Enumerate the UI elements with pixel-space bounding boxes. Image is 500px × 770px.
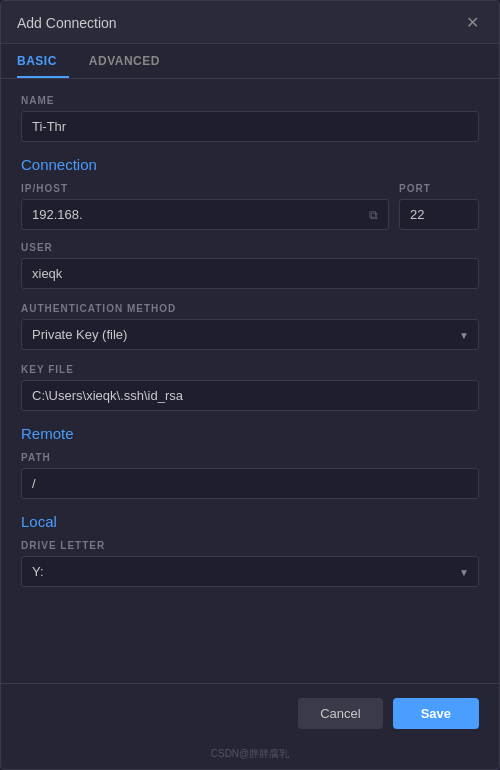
close-button[interactable]: ✕ bbox=[462, 13, 483, 33]
ip-input-container: ⧉ bbox=[21, 199, 389, 230]
add-connection-dialog: Add Connection ✕ BASIC ADVANCED NAME Con… bbox=[0, 0, 500, 770]
dialog-footer: Cancel Save bbox=[1, 683, 499, 743]
connection-section-title: Connection bbox=[21, 156, 479, 173]
cancel-button[interactable]: Cancel bbox=[298, 698, 382, 729]
auth-select-wrap: Private Key (file) Password Interactive … bbox=[21, 319, 479, 350]
keyfile-field-group: KEY FILE bbox=[21, 364, 479, 411]
auth-field-group: AUTHENTICATION METHOD Private Key (file)… bbox=[21, 303, 479, 350]
copy-icon[interactable]: ⧉ bbox=[369, 208, 378, 222]
tabs-bar: BASIC ADVANCED bbox=[1, 44, 499, 79]
user-field-group: USER bbox=[21, 242, 479, 289]
dialog-content: NAME Connection IP/HOST ⧉ PORT USER bbox=[1, 79, 499, 683]
tab-advanced[interactable]: ADVANCED bbox=[89, 44, 172, 78]
path-label: PATH bbox=[21, 452, 479, 463]
port-field-wrap: PORT bbox=[399, 183, 479, 230]
keyfile-input[interactable] bbox=[21, 380, 479, 411]
drive-select-wrap: Y: Z: X: W: V: U: ▼ bbox=[21, 556, 479, 587]
path-field-group: PATH bbox=[21, 452, 479, 499]
user-input[interactable] bbox=[21, 258, 479, 289]
watermark: CSDN@胖胖腐乳 bbox=[1, 743, 499, 769]
drive-select[interactable]: Y: Z: X: W: V: U: bbox=[21, 556, 479, 587]
dialog-header: Add Connection ✕ bbox=[1, 1, 499, 44]
name-input[interactable] bbox=[21, 111, 479, 142]
save-button[interactable]: Save bbox=[393, 698, 479, 729]
local-section-title: Local bbox=[21, 513, 479, 530]
ip-input[interactable] bbox=[32, 207, 365, 222]
user-label: USER bbox=[21, 242, 479, 253]
ip-port-row: IP/HOST ⧉ PORT bbox=[21, 183, 479, 230]
path-input[interactable] bbox=[21, 468, 479, 499]
auth-label: AUTHENTICATION METHOD bbox=[21, 303, 479, 314]
name-field-group: NAME bbox=[21, 95, 479, 142]
drive-label: DRIVE LETTER bbox=[21, 540, 479, 551]
ip-field-wrap: IP/HOST ⧉ bbox=[21, 183, 389, 230]
keyfile-label: KEY FILE bbox=[21, 364, 479, 375]
auth-select[interactable]: Private Key (file) Password Interactive bbox=[21, 319, 479, 350]
tab-basic[interactable]: BASIC bbox=[17, 44, 69, 78]
dialog-title: Add Connection bbox=[17, 15, 117, 31]
name-label: NAME bbox=[21, 95, 479, 106]
port-input[interactable] bbox=[399, 199, 479, 230]
ip-label: IP/HOST bbox=[21, 183, 389, 194]
port-label: PORT bbox=[399, 183, 479, 194]
drive-field-group: DRIVE LETTER Y: Z: X: W: V: U: ▼ bbox=[21, 540, 479, 587]
remote-section-title: Remote bbox=[21, 425, 479, 442]
